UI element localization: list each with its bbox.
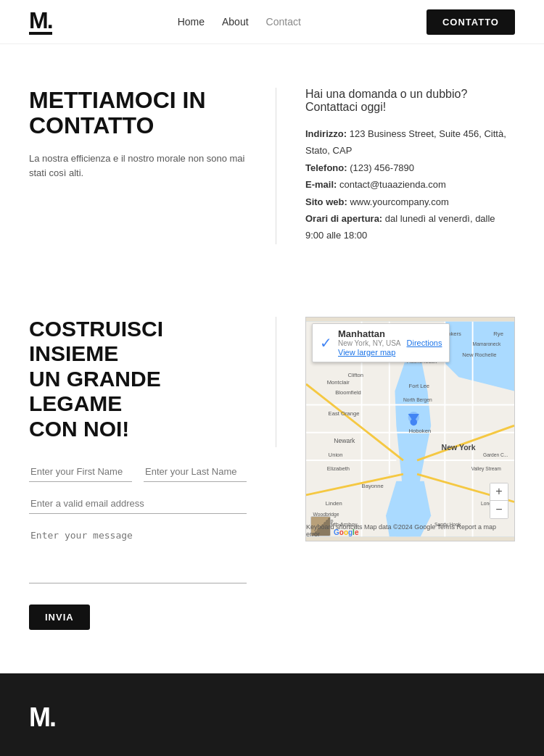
svg-text:Montclair: Montclair [327, 379, 350, 386]
footer-logo: M. [29, 702, 515, 733]
email-input[interactable] [29, 494, 247, 514]
nav-home[interactable]: Home [178, 16, 205, 28]
hours-line: Orari di apertura: dal lunedì al venerdì… [305, 210, 515, 244]
contact-info-section: METTIAMOCI IN CONTATTO La nostra efficie… [0, 44, 544, 288]
nav-contact[interactable]: Contact [266, 16, 301, 28]
web-line: Sito web: www.yourcompany.com [305, 194, 515, 210]
nav-about[interactable]: About [222, 16, 249, 28]
svg-text:Linden: Linden [326, 500, 342, 507]
header: M. Home About Contact CONTATTO [0, 0, 544, 44]
svg-text:Fort Lee: Fort Lee [409, 382, 429, 389]
svg-text:North Bergen: North Bergen [403, 396, 432, 402]
zoom-out-button[interactable]: − [490, 501, 508, 518]
contact-intro: Hai una domanda o un dubbio? Contattaci … [305, 88, 515, 114]
svg-text:Bloomfield: Bloomfield [335, 389, 361, 396]
nav: Home About Contact [178, 16, 301, 28]
svg-point-44 [408, 412, 419, 423]
svg-text:Elizabeth: Elizabeth [327, 465, 350, 472]
last-name-field [144, 462, 247, 482]
map-background: New York Newark Hackensack Fort Lee Hobo… [306, 317, 514, 541]
email-field-wrapper [29, 494, 247, 514]
message-row [29, 526, 247, 586]
zoom-in-button[interactable]: + [490, 483, 508, 501]
message-field-wrapper [29, 526, 247, 586]
section2-title: COSTRUISCI INSIEME UN GRANDE LEGAME CON … [29, 317, 247, 442]
vertical-divider-2 [276, 317, 276, 447]
section1-right: Hai una domanda o un dubbio? Contattaci … [305, 88, 515, 244]
svg-text:Newark: Newark [334, 437, 355, 444]
contatto-button[interactable]: CONTATTO [426, 9, 515, 35]
submit-button[interactable]: INVIA [29, 605, 90, 630]
map-popup-text: Manhattan New York, NY, USA View larger … [338, 328, 401, 357]
directions-link[interactable]: Directions [407, 338, 442, 347]
svg-text:East Orange: East Orange [329, 410, 360, 417]
section1-title: METTIAMOCI IN CONTATTO [29, 88, 247, 138]
footer: M. INDIRIZZO 123 Business Street, Suite … [0, 673, 544, 756]
vertical-divider [276, 88, 276, 244]
svg-text:Valley Stream: Valley Stream [471, 466, 502, 472]
section1-subtitle: La nostra efficienza e il nostro morale … [29, 151, 247, 180]
address-line: Indirizzo: 123 Business Street, Suite 45… [305, 125, 515, 159]
form-map-section: COSTRUISCI INSIEME UN GRANDE LEGAME CON … [0, 288, 544, 674]
logo: M. [29, 9, 52, 35]
svg-text:Rye: Rye [493, 331, 503, 337]
svg-text:New Rochelle: New Rochelle [462, 351, 496, 357]
svg-text:Garden C...: Garden C... [483, 452, 508, 457]
phone-line: Telefono: (123) 456-7890 [305, 159, 515, 176]
first-name-input[interactable] [29, 462, 132, 482]
map-footer-text: Keyboard shortcuts Map data ©2024 Google… [306, 523, 511, 538]
message-input[interactable] [29, 526, 247, 583]
svg-text:Mamaroneck: Mamaroneck [473, 341, 501, 346]
svg-text:Union: Union [329, 452, 343, 458]
form-area: COSTRUISCI INSIEME UN GRANDE LEGAME CON … [29, 317, 247, 631]
map-pin-icon: ✓ [320, 334, 332, 352]
map-zoom-controls: + − [490, 483, 508, 519]
map-container[interactable]: New York Newark Hackensack Fort Lee Hobo… [305, 317, 515, 541]
svg-text:Clifton: Clifton [347, 372, 363, 378]
last-name-input[interactable] [144, 462, 247, 482]
name-row [29, 462, 247, 482]
map-popup: ✓ Manhattan New York, NY, USA View large… [312, 323, 450, 362]
section1-left: METTIAMOCI IN CONTATTO La nostra efficie… [29, 88, 247, 244]
view-larger-map-link[interactable]: View larger map [338, 348, 395, 357]
info-block: Indirizzo: 123 Business Street, Suite 45… [305, 125, 515, 244]
email-line: E-mail: contact@tuaazienda.com [305, 176, 515, 193]
email-row [29, 494, 247, 514]
svg-text:Bayonne: Bayonne [362, 483, 384, 489]
svg-text:Hoboken: Hoboken [409, 428, 432, 434]
first-name-field [29, 462, 132, 482]
svg-text:New York: New York [442, 442, 476, 451]
